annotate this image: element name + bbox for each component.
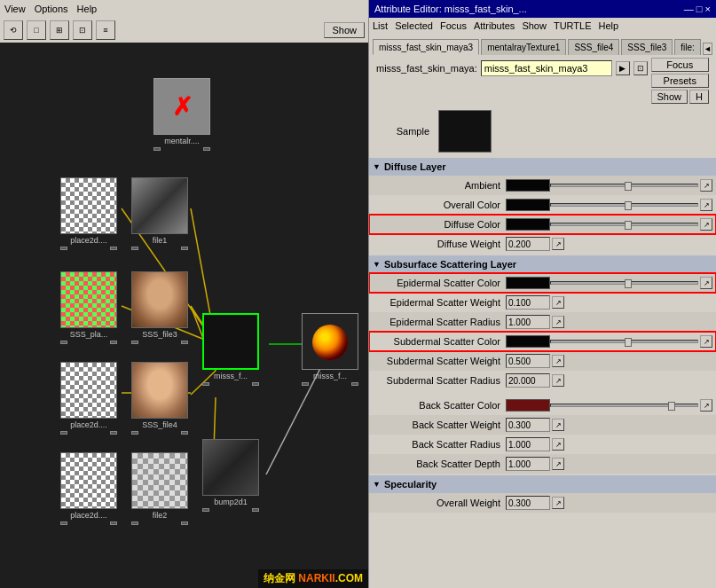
- tab-arrow[interactable]: ◄: [703, 43, 712, 55]
- node-sss-file4[interactable]: SSS_file4: [131, 362, 188, 435]
- track-overall-color[interactable]: [550, 203, 698, 207]
- swatch-ambient[interactable]: [506, 179, 550, 192]
- focus-button[interactable]: Focus: [651, 58, 709, 72]
- diffuse-layer-header[interactable]: ▼ Diffuse Layer: [369, 158, 716, 176]
- attr-header: misss_fast_skin_maya: ▶ ⊡ Focus Presets …: [369, 55, 716, 106]
- link-btn-back-scatter-weight[interactable]: ↗: [552, 419, 564, 431]
- track-subdermal-scatter-color[interactable]: [550, 340, 698, 343]
- link-btn-ambient[interactable]: ↗: [700, 179, 712, 192]
- menu-view[interactable]: View: [4, 4, 26, 14]
- link-btn-subdermal-scatter-color[interactable]: ↗: [700, 335, 712, 348]
- h-button[interactable]: H: [689, 90, 709, 104]
- node-place2d-2-label: place2d....: [70, 420, 107, 429]
- tab-mentalray-texture[interactable]: mentalrayTexture1: [481, 39, 566, 55]
- node-file2[interactable]: file2: [131, 452, 188, 525]
- tab-sss-file4[interactable]: SSS_file4: [568, 39, 619, 55]
- node-file2-label: file2: [153, 511, 168, 520]
- menu-selected[interactable]: Selected: [395, 20, 433, 31]
- subsurface-layer-header[interactable]: ▼ Subsurface Scattering Layer: [369, 255, 716, 273]
- menu-help[interactable]: Help: [77, 4, 98, 14]
- field-back-scatter-depth[interactable]: [506, 457, 550, 471]
- link-btn-back-scatter-color[interactable]: ↗: [700, 399, 712, 412]
- toolbar-btn-4[interactable]: ⊡: [73, 20, 92, 40]
- track-diffuse-color[interactable]: [550, 223, 698, 226]
- section-arrow-subsurface: ▼: [373, 260, 381, 269]
- node-bump2d1-label: bump2d1: [214, 498, 248, 506]
- label-epidermal-scatter-color: Epidermal Scatter Color: [373, 278, 506, 288]
- link-btn-subdermal-scatter-weight[interactable]: ↗: [552, 355, 564, 367]
- node-bump2d1[interactable]: bump2d1: [202, 439, 259, 512]
- link-btn-overall-color[interactable]: ↗: [700, 199, 712, 211]
- swatch-epidermal-scatter-color[interactable]: [506, 277, 550, 289]
- field-overall-weight[interactable]: [506, 496, 550, 510]
- node-sss-file3[interactable]: SSS_file3: [131, 271, 188, 344]
- link-btn-back-scatter-radius[interactable]: ↗: [552, 438, 564, 451]
- row-back-scatter-color: Back Scatter Color ↗: [369, 396, 716, 415]
- toolbar-btn-2[interactable]: □: [27, 20, 46, 40]
- swatch-subdermal-scatter-color[interactable]: [506, 335, 550, 348]
- attr-icon-btn-2[interactable]: ⊡: [633, 61, 648, 75]
- menu-turtle[interactable]: TURTLE: [554, 20, 592, 31]
- diffuse-layer-section: ▼ Diffuse Layer Ambient ↗ Overall Color: [369, 158, 716, 254]
- menu-focus[interactable]: Focus: [440, 20, 467, 31]
- node-place2d-1-label: place2d....: [70, 236, 107, 245]
- node-file1[interactable]: file1: [131, 177, 188, 250]
- node-misss-f2[interactable]: misss_f...: [302, 313, 358, 386]
- swatch-diffuse-color[interactable]: [506, 218, 550, 231]
- menu-show[interactable]: Show: [522, 20, 547, 31]
- node-place2d-3[interactable]: place2d....: [60, 452, 117, 525]
- link-btn-epidermal-scatter-radius[interactable]: ↗: [552, 316, 564, 328]
- link-btn-diffuse-color[interactable]: ↗: [700, 218, 712, 231]
- node-place2d-2[interactable]: place2d....: [60, 362, 117, 435]
- toolbar-btn-1[interactable]: ⟲: [4, 20, 23, 40]
- menu-options[interactable]: Options: [35, 4, 68, 14]
- presets-button[interactable]: Presets: [651, 74, 709, 88]
- link-btn-epidermal-scatter-weight[interactable]: ↗: [552, 296, 564, 309]
- node-sss-pla[interactable]: SSS_pla...: [60, 271, 117, 344]
- attr-name-field[interactable]: [481, 60, 612, 76]
- show-button[interactable]: Show: [324, 22, 365, 38]
- field-subdermal-scatter-weight[interactable]: [506, 354, 550, 368]
- node-connectors: [131, 341, 188, 344]
- slider-subdermal-scatter-color: [550, 340, 698, 343]
- link-btn-back-scatter-depth[interactable]: ↗: [552, 458, 564, 470]
- field-diffuse-weight[interactable]: [506, 237, 550, 251]
- node-graph-canvas[interactable]: ✗ mentalr.... place2d.... file1: [0, 43, 368, 588]
- track-back-scatter-color[interactable]: [550, 404, 698, 407]
- node-misss-f2-label: misss_f...: [313, 372, 347, 380]
- swatch-back-scatter-color[interactable]: [506, 399, 550, 412]
- toolbar-btn-3[interactable]: ⊞: [50, 20, 69, 40]
- swatch-overall-color[interactable]: [506, 199, 550, 211]
- label-overall-color: Overall Color: [373, 200, 506, 210]
- field-epidermal-scatter-weight[interactable]: [506, 295, 550, 310]
- label-back-scatter-weight: Back Scatter Weight: [373, 419, 506, 430]
- node-place2d-1[interactable]: place2d....: [60, 177, 117, 250]
- link-btn-diffuse-weight[interactable]: ↗: [552, 238, 564, 250]
- field-back-scatter-weight[interactable]: [506, 418, 550, 432]
- tab-sss-file3[interactable]: SSS_file3: [621, 39, 673, 55]
- attr-name-row: misss_fast_skin_maya: ▶ ⊡: [373, 58, 651, 79]
- field-subdermal-scatter-radius[interactable]: [506, 373, 550, 388]
- node-misss-f1[interactable]: misss_f...: [202, 313, 259, 386]
- field-back-scatter-radius[interactable]: [506, 437, 550, 451]
- track-ambient[interactable]: [550, 184, 698, 187]
- menu-list[interactable]: List: [373, 20, 388, 31]
- link-btn-epidermal-scatter-color[interactable]: ↗: [700, 277, 712, 289]
- node-mentalr[interactable]: ✗ mentalr....: [153, 78, 210, 151]
- toolbar-btn-5[interactable]: ≡: [96, 20, 115, 40]
- attr-title: Attribute Editor: misss_fast_skin_...: [374, 4, 527, 14]
- menu-help[interactable]: Help: [599, 20, 619, 31]
- tab-file[interactable]: file:: [674, 39, 701, 55]
- window-controls[interactable]: — □ ×: [684, 4, 711, 14]
- subsurface-layer-section: ▼ Subsurface Scattering Layer Epidermal …: [369, 255, 716, 474]
- track-epidermal-scatter-color[interactable]: [550, 281, 698, 285]
- sample-section: Sample: [369, 106, 716, 156]
- link-btn-subdermal-scatter-radius[interactable]: ↗: [552, 374, 564, 387]
- field-epidermal-scatter-radius[interactable]: [506, 315, 550, 329]
- attr-icon-btn-1[interactable]: ▶: [616, 61, 630, 75]
- tab-misss-fast-skin[interactable]: misss_fast_skin_maya3: [373, 39, 479, 55]
- menu-attributes[interactable]: Attributes: [474, 20, 515, 31]
- show-button[interactable]: Show: [651, 90, 688, 104]
- specularity-header[interactable]: ▼ Specularity: [369, 475, 716, 493]
- link-btn-overall-weight[interactable]: ↗: [552, 497, 564, 509]
